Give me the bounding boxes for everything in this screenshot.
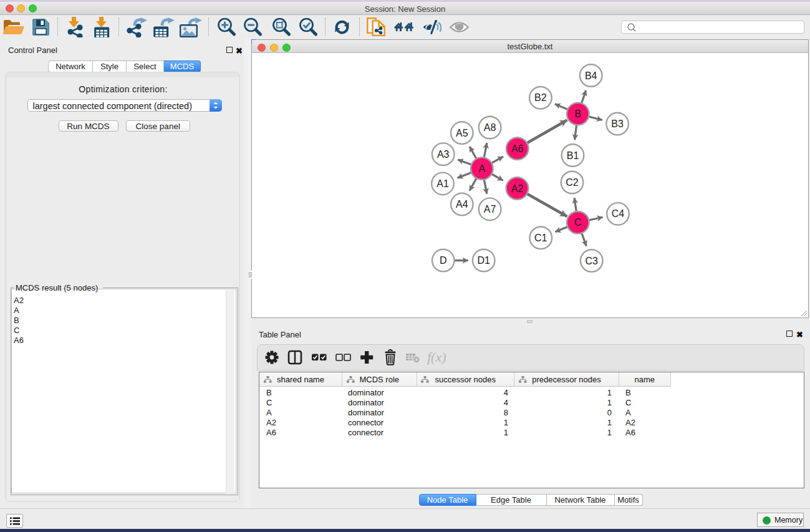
svg-text:B2: B2 (534, 92, 547, 103)
svg-text:A3: A3 (437, 149, 450, 160)
svg-text:C1: C1 (534, 233, 547, 243)
svg-text:C3: C3 (585, 256, 598, 266)
svg-text:A7: A7 (484, 204, 496, 215)
svg-text:C2: C2 (566, 177, 579, 188)
svg-text:A8: A8 (484, 122, 496, 133)
svg-text:A1: A1 (436, 178, 449, 189)
svg-text:A6: A6 (511, 143, 524, 154)
svg-text:A2: A2 (511, 183, 524, 194)
svg-text:D1: D1 (477, 255, 490, 266)
svg-text:f(x): f(x) (427, 349, 446, 365)
svg-text:B: B (574, 109, 581, 119)
svg-text:A4: A4 (456, 199, 468, 210)
svg-text:C: C (574, 217, 582, 228)
svg-text:B4: B4 (585, 70, 597, 81)
svg-text:D: D (440, 255, 447, 266)
svg-text:A5: A5 (456, 128, 468, 138)
svg-text:A: A (478, 163, 485, 174)
svg-text:B3: B3 (611, 118, 624, 129)
svg-text:B1: B1 (567, 150, 579, 161)
svg-text:C4: C4 (612, 208, 625, 219)
